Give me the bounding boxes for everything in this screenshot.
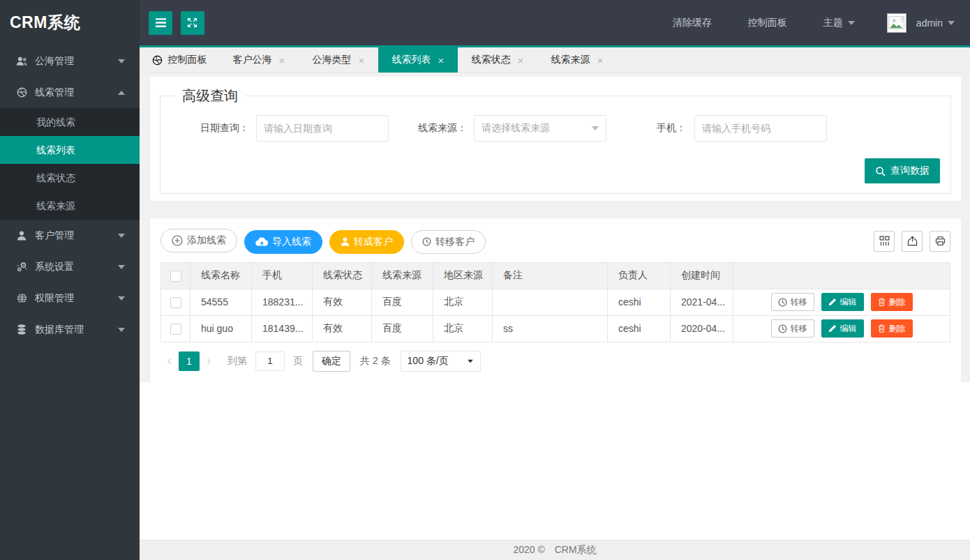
table-cell: ss [493, 315, 608, 342]
page-size-select[interactable]: 100 条/页 [401, 351, 481, 372]
sidebar-item-permission-management[interactable]: 权限管理 [0, 282, 140, 314]
caret-down-icon [468, 359, 473, 363]
sidebar-item-system-settings[interactable]: 系统设置 [0, 251, 140, 282]
sidebar-subitem-leads-list[interactable]: 线索列表 [0, 136, 140, 164]
search-icon [875, 166, 886, 176]
close-tab-icon[interactable]: × [438, 55, 445, 66]
leads-table-panel: 添加线索导入线索转成客户转移客户 线索名称手机线索状态线索来源地区来源备注负责人… [150, 218, 961, 382]
action-label: 删除 [889, 323, 906, 335]
clock-icon [778, 298, 787, 307]
avatar[interactable] [887, 13, 906, 33]
cards-container: 高级查询 日期查询：线索来源：请选择线索来源手机： 查询数据 添加线索导入线索转… [140, 73, 970, 382]
sidebar-subitem-leads-status[interactable]: 线索状态 [0, 164, 140, 192]
theme-label: 主题 [823, 17, 843, 29]
filter-columns-button[interactable] [874, 231, 895, 252]
next-page-button[interactable]: › [200, 354, 218, 368]
sidebar-item-label: 公海管理 [35, 55, 117, 68]
field-label: 线索来源： [418, 122, 467, 135]
table-header-row: 线索名称手机线索状态线索来源地区来源备注负责人创建时间 [161, 262, 950, 289]
sidebar-item-label: 权限管理 [35, 292, 117, 305]
caret-down-icon [117, 59, 126, 63]
theme-dropdown[interactable]: 主题 [823, 17, 855, 29]
sidebar-subitem-my-leads[interactable]: 我的线索 [0, 108, 140, 136]
transfer-customer-button[interactable]: 转移客户 [411, 230, 486, 254]
database-icon [14, 324, 29, 335]
import-leads-button[interactable]: 导入线索 [244, 230, 322, 254]
close-tab-icon[interactable]: × [597, 55, 604, 66]
tab-leads-status[interactable]: 线索状态× [458, 47, 537, 73]
sidebar-item-label: 系统设置 [35, 261, 117, 273]
phone-input[interactable] [694, 115, 827, 142]
transfer-button[interactable]: 转移 [771, 319, 814, 338]
transfer-button[interactable]: 转移 [771, 293, 814, 311]
page-suffix-label: 页 [293, 355, 303, 368]
query-fields-row: 日期查询：线索来源：请选择线索来源手机： [171, 115, 940, 142]
globe-icon [152, 55, 163, 66]
goto-page-input[interactable] [255, 351, 285, 371]
header-checkbox-cell [161, 262, 191, 289]
tab-control-panel[interactable]: 控制面板 [140, 47, 219, 73]
lead-source-select[interactable]: 请选择线索来源 [474, 115, 606, 142]
tab-high-seas-type[interactable]: 公海类型× [299, 47, 378, 73]
user-dropdown[interactable]: admin [916, 17, 955, 29]
query-submit-row: 查询数据 [171, 158, 940, 183]
column-header: 线索来源 [372, 262, 433, 289]
sidebar-item-leads-management[interactable]: 线索管理 [0, 77, 140, 108]
clear-cache-link[interactable]: 清除缓存 [673, 17, 712, 29]
column-header: 手机 [252, 262, 313, 289]
advanced-query-panel: 高级查询 日期查询：线索来源：请选择线索来源手机： 查询数据 [150, 77, 961, 201]
main-content: 高级查询 日期查询：线索来源：请选择线索来源手机： 查询数据 添加线索导入线索转… [140, 73, 970, 540]
select-all-checkbox[interactable] [170, 271, 181, 282]
query-legend: 高级查询 [175, 86, 245, 105]
export-button[interactable] [902, 231, 923, 252]
tab-leads-source[interactable]: 线索来源× [537, 47, 617, 73]
caret-down-icon [948, 21, 955, 25]
table-cell: ceshi [608, 289, 671, 315]
query-field-phone: 手机： [657, 115, 827, 142]
page-1-button[interactable]: 1 [179, 351, 200, 371]
query-data-button[interactable]: 查询数据 [865, 158, 940, 183]
sidebar-item-label: 线索管理 [35, 86, 117, 99]
delete-button[interactable]: 删除 [871, 293, 913, 311]
date-query-input[interactable] [256, 115, 389, 142]
close-tab-icon[interactable]: × [279, 55, 285, 66]
print-button[interactable] [930, 231, 950, 252]
tab-customer-high-seas[interactable]: 客户公海× [219, 47, 299, 73]
control-panel-link[interactable]: 控制面板 [748, 17, 787, 29]
caret-down-icon [117, 234, 126, 238]
add-lead-button[interactable]: 添加线索 [161, 229, 237, 252]
toolbar-button-label: 转成客户 [354, 236, 393, 248]
collapse-sidebar-button[interactable] [149, 11, 172, 35]
delete-button[interactable]: 删除 [871, 319, 913, 338]
edit-button[interactable]: 编辑 [821, 319, 864, 338]
table-cell: 54555 [191, 289, 252, 315]
row-checkbox[interactable] [170, 324, 181, 335]
toolbar-buttons: 添加线索导入线索转成客户转移客户 [161, 229, 493, 254]
pagination: ‹ 1 › 到第 页 确定 共 2 条 100 条/页 [161, 351, 950, 372]
convert-to-customer-button[interactable]: 转成客户 [329, 230, 404, 254]
caret-down-icon [117, 328, 126, 332]
close-tab-icon[interactable]: × [359, 55, 365, 66]
sidebar-subitem-leads-source[interactable]: 线索来源 [0, 192, 140, 220]
edit-button[interactable]: 编辑 [821, 293, 864, 311]
sidebar-item-database-management[interactable]: 数据库管理 [0, 314, 140, 345]
tab-leads-list[interactable]: 线索列表× [378, 47, 458, 73]
prev-page-button[interactable]: ‹ [161, 354, 179, 368]
page-size-value: 100 条/页 [408, 355, 449, 368]
username-label: admin [916, 17, 943, 29]
confirm-page-button[interactable]: 确定 [313, 351, 350, 372]
trash-icon [878, 298, 886, 306]
toolbar-button-label: 导入线索 [272, 236, 311, 248]
close-tab-icon[interactable]: × [518, 55, 524, 66]
row-checkbox[interactable] [170, 297, 181, 308]
fullscreen-button[interactable] [181, 11, 204, 35]
total-count-label: 共 2 条 [360, 355, 391, 368]
sidebar-item-customer-management[interactable]: 客户管理 [0, 220, 140, 251]
grid-icon [879, 236, 890, 246]
footer-app-name: CRM系统 [555, 544, 597, 555]
cloud-upload-icon [255, 237, 268, 246]
sidebar-item-high-seas-management[interactable]: 公海管理 [0, 45, 140, 77]
edit-icon [828, 324, 837, 333]
table-cell: 有效 [313, 315, 372, 342]
broken-image-icon [888, 15, 904, 31]
